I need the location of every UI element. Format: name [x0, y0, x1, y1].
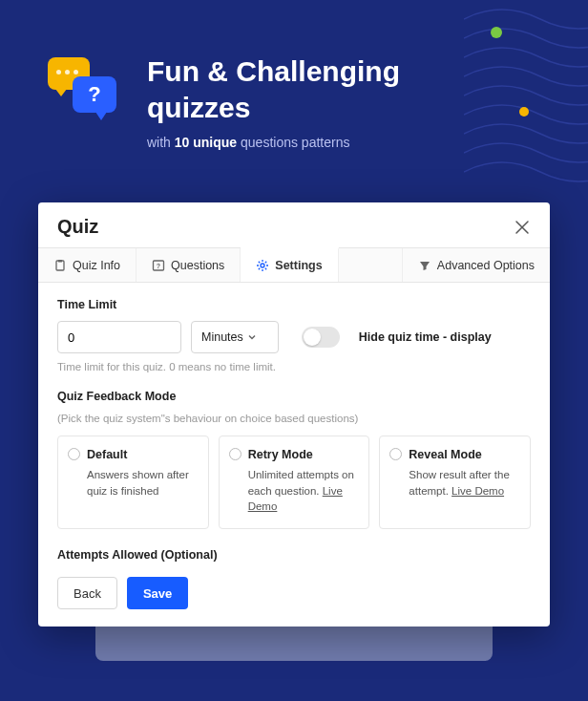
hero-section: ? Fun & Challenging quizzes with 10 uniq… [48, 53, 400, 150]
option-title: Default [87, 448, 197, 461]
question-list-icon: ? [152, 259, 165, 272]
live-demo-link[interactable]: Live Demo [452, 485, 504, 497]
radio-icon [229, 448, 242, 460]
gear-icon [256, 259, 269, 272]
filter-icon [418, 259, 431, 272]
tab-label: Quiz Info [73, 259, 120, 272]
feedback-mode-label: Quiz Feedback Mode [57, 390, 531, 403]
time-limit-hint: Time limit for this quiz. 0 means no tim… [57, 361, 531, 372]
feedback-option-default[interactable]: Default Answers shown after quiz is fini… [57, 435, 209, 529]
feedback-mode-hint: (Pick the quiz system"s behaviour on cho… [57, 413, 531, 424]
svg-point-4 [261, 264, 264, 267]
hero-subtitle: with 10 unique questions patterns [147, 135, 400, 150]
tab-advanced-options[interactable]: Advanced Options [403, 248, 550, 282]
hero-title: Fun & Challenging quizzes [147, 53, 400, 125]
tab-bar: Quiz Info ? Questions Settings Advanced … [38, 247, 550, 283]
option-title: Reveal Mode [409, 448, 518, 461]
clipboard-icon [53, 259, 67, 272]
tab-label: Questions [171, 259, 224, 272]
hide-time-toggle[interactable] [302, 327, 340, 348]
decorative-dot [491, 27, 502, 38]
time-limit-label: Time Limit [57, 298, 531, 311]
quiz-settings-panel: Quiz Quiz Info ? Questions Settings [38, 202, 550, 627]
option-desc: Show result after the attempt. Live Demo [409, 467, 518, 499]
save-button[interactable]: Save [127, 577, 188, 609]
option-desc: Answers shown after quiz is finished [87, 467, 197, 499]
question-mark: ? [88, 82, 100, 107]
hide-time-label: Hide quiz time - display [359, 330, 492, 344]
feedback-option-retry[interactable]: Retry Mode Unlimited attempts on each qu… [219, 435, 370, 529]
time-unit-select[interactable]: Minutes [191, 321, 279, 353]
back-button[interactable]: Back [57, 577, 117, 609]
svg-rect-1 [58, 260, 62, 263]
radio-icon [389, 448, 402, 460]
option-desc: Unlimited attempts on each question. Liv… [248, 467, 358, 515]
tab-label: Settings [275, 259, 322, 272]
hero-chat-icons: ? [48, 53, 124, 130]
attempts-label: Attempts Allowed (Optional) [57, 548, 531, 562]
close-icon[interactable] [514, 219, 531, 236]
radio-icon [68, 448, 80, 460]
chevron-down-icon [247, 332, 257, 342]
decorative-shadow [95, 627, 493, 661]
option-title: Retry Mode [248, 448, 358, 461]
decorative-waves [464, 0, 588, 191]
question-bubble-icon: ? [73, 76, 116, 113]
time-unit-value: Minutes [201, 330, 243, 344]
decorative-dot [519, 107, 529, 117]
tab-label: Advanced Options [437, 259, 535, 272]
time-limit-input[interactable] [57, 321, 181, 353]
panel-title: Quiz [57, 216, 98, 238]
tab-quiz-info[interactable]: Quiz Info [38, 248, 136, 282]
tab-questions[interactable]: ? Questions [136, 248, 241, 282]
tab-settings[interactable]: Settings [241, 247, 338, 282]
feedback-option-reveal[interactable]: Reveal Mode Show result after the attemp… [379, 435, 531, 529]
svg-text:?: ? [157, 263, 160, 269]
